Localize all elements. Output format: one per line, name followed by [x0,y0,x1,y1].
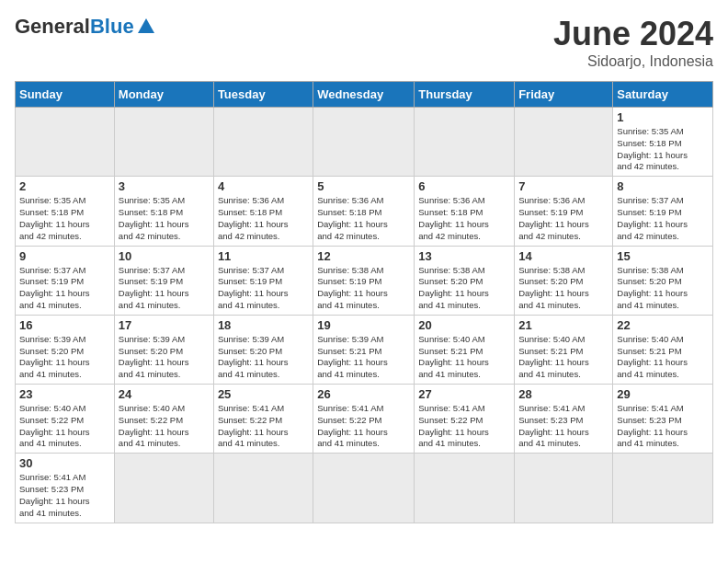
calendar-cell: 11Sunrise: 5:37 AM Sunset: 5:19 PM Dayli… [213,246,313,315]
day-info: Sunrise: 5:39 AM Sunset: 5:21 PM Dayligh… [317,334,410,381]
calendar-cell: 3Sunrise: 5:35 AM Sunset: 5:18 PM Daylig… [114,177,213,246]
calendar-cell: 10Sunrise: 5:37 AM Sunset: 5:19 PM Dayli… [114,246,213,315]
day-info: Sunrise: 5:36 AM Sunset: 5:18 PM Dayligh… [418,195,510,242]
day-info: Sunrise: 5:40 AM Sunset: 5:22 PM Dayligh… [119,403,210,450]
day-number: 13 [418,249,510,263]
calendar-cell: 13Sunrise: 5:38 AM Sunset: 5:20 PM Dayli… [415,246,515,315]
day-number: 5 [317,179,410,193]
logo-general-text: General [15,15,90,39]
day-info: Sunrise: 5:41 AM Sunset: 5:22 PM Dayligh… [218,403,309,450]
day-info: Sunrise: 5:36 AM Sunset: 5:18 PM Dayligh… [317,195,410,242]
calendar-cell: 5Sunrise: 5:36 AM Sunset: 5:18 PM Daylig… [313,177,415,246]
day-number: 23 [19,387,110,401]
calendar-cell: 15Sunrise: 5:38 AM Sunset: 5:20 PM Dayli… [613,246,713,315]
calendar-cell: 17Sunrise: 5:39 AM Sunset: 5:20 PM Dayli… [114,315,213,384]
calendar-cell [213,454,313,523]
day-number: 28 [518,387,609,401]
calendar-week-row: 2Sunrise: 5:35 AM Sunset: 5:18 PM Daylig… [16,177,713,246]
day-number: 12 [317,249,410,263]
day-number: 19 [317,318,410,332]
day-number: 15 [617,249,709,263]
calendar-week-row: 1Sunrise: 5:35 AM Sunset: 5:18 PM Daylig… [16,108,713,177]
day-number: 17 [119,318,210,332]
day-info: Sunrise: 5:41 AM Sunset: 5:22 PM Dayligh… [418,403,510,450]
calendar-cell: 30Sunrise: 5:41 AM Sunset: 5:23 PM Dayli… [16,454,115,523]
calendar-header-row: SundayMondayTuesdayWednesdayThursdayFrid… [16,82,713,108]
calendar-cell: 7Sunrise: 5:36 AM Sunset: 5:19 PM Daylig… [515,177,613,246]
calendar-cell: 20Sunrise: 5:40 AM Sunset: 5:21 PM Dayli… [415,315,515,384]
calendar-week-row: 30Sunrise: 5:41 AM Sunset: 5:23 PM Dayli… [16,454,713,523]
day-info: Sunrise: 5:38 AM Sunset: 5:20 PM Dayligh… [418,265,510,312]
calendar-table: SundayMondayTuesdayWednesdayThursdayFrid… [15,81,713,523]
day-info: Sunrise: 5:35 AM Sunset: 5:18 PM Dayligh… [119,195,210,242]
day-number: 1 [617,110,709,124]
day-info: Sunrise: 5:40 AM Sunset: 5:21 PM Dayligh… [617,334,709,381]
day-info: Sunrise: 5:40 AM Sunset: 5:21 PM Dayligh… [518,334,609,381]
day-info: Sunrise: 5:38 AM Sunset: 5:20 PM Dayligh… [617,265,709,312]
day-number: 11 [218,249,309,263]
day-number: 21 [518,318,609,332]
calendar-cell: 1Sunrise: 5:35 AM Sunset: 5:18 PM Daylig… [613,108,713,177]
location-subtitle: Sidoarjo, Indonesia [553,53,713,70]
day-info: Sunrise: 5:41 AM Sunset: 5:23 PM Dayligh… [617,403,709,450]
day-header-saturday: Saturday [613,82,713,108]
day-number: 29 [617,387,709,401]
day-info: Sunrise: 5:37 AM Sunset: 5:19 PM Dayligh… [218,265,309,312]
calendar-cell: 16Sunrise: 5:39 AM Sunset: 5:20 PM Dayli… [16,315,115,384]
day-number: 30 [19,456,110,470]
calendar-cell: 28Sunrise: 5:41 AM Sunset: 5:23 PM Dayli… [515,385,613,454]
day-header-friday: Friday [515,82,613,108]
day-number: 10 [119,249,210,263]
day-info: Sunrise: 5:38 AM Sunset: 5:20 PM Dayligh… [518,265,609,312]
day-number: 22 [617,318,709,332]
calendar-cell: 18Sunrise: 5:39 AM Sunset: 5:20 PM Dayli… [213,315,313,384]
day-number: 9 [19,249,110,263]
calendar-cell [213,108,313,177]
day-info: Sunrise: 5:37 AM Sunset: 5:19 PM Dayligh… [119,265,210,312]
calendar-cell: 27Sunrise: 5:41 AM Sunset: 5:22 PM Dayli… [415,385,515,454]
calendar-cell: 4Sunrise: 5:36 AM Sunset: 5:18 PM Daylig… [213,177,313,246]
calendar-cell: 9Sunrise: 5:37 AM Sunset: 5:19 PM Daylig… [16,246,115,315]
day-number: 25 [218,387,309,401]
day-info: Sunrise: 5:36 AM Sunset: 5:19 PM Dayligh… [518,195,609,242]
calendar-cell: 6Sunrise: 5:36 AM Sunset: 5:18 PM Daylig… [415,177,515,246]
day-number: 3 [119,179,210,193]
day-number: 16 [19,318,110,332]
page-header: General Blue June 2024 Sidoarjo, Indones… [15,15,713,70]
day-number: 8 [617,179,709,193]
day-number: 14 [518,249,609,263]
calendar-cell [415,454,515,523]
calendar-cell: 22Sunrise: 5:40 AM Sunset: 5:21 PM Dayli… [613,315,713,384]
day-number: 6 [418,179,510,193]
day-number: 20 [418,318,510,332]
day-header-tuesday: Tuesday [213,82,313,108]
day-info: Sunrise: 5:39 AM Sunset: 5:20 PM Dayligh… [218,334,309,381]
calendar-cell [515,454,613,523]
calendar-cell [16,108,115,177]
day-info: Sunrise: 5:40 AM Sunset: 5:21 PM Dayligh… [418,334,510,381]
day-header-thursday: Thursday [415,82,515,108]
calendar-week-row: 23Sunrise: 5:40 AM Sunset: 5:22 PM Dayli… [16,385,713,454]
title-block: June 2024 Sidoarjo, Indonesia [553,15,713,70]
day-header-monday: Monday [114,82,213,108]
calendar-cell [313,454,415,523]
day-info: Sunrise: 5:35 AM Sunset: 5:18 PM Dayligh… [19,195,110,242]
day-info: Sunrise: 5:35 AM Sunset: 5:18 PM Dayligh… [617,126,709,173]
day-number: 27 [418,387,510,401]
calendar-cell [114,454,213,523]
day-number: 2 [19,179,110,193]
calendar-cell: 29Sunrise: 5:41 AM Sunset: 5:23 PM Dayli… [613,385,713,454]
calendar-cell: 23Sunrise: 5:40 AM Sunset: 5:22 PM Dayli… [16,385,115,454]
day-header-wednesday: Wednesday [313,82,415,108]
day-info: Sunrise: 5:39 AM Sunset: 5:20 PM Dayligh… [19,334,110,381]
calendar-cell: 21Sunrise: 5:40 AM Sunset: 5:21 PM Dayli… [515,315,613,384]
day-info: Sunrise: 5:38 AM Sunset: 5:19 PM Dayligh… [317,265,410,312]
day-info: Sunrise: 5:40 AM Sunset: 5:22 PM Dayligh… [19,403,110,450]
day-info: Sunrise: 5:41 AM Sunset: 5:23 PM Dayligh… [518,403,609,450]
calendar-cell: 12Sunrise: 5:38 AM Sunset: 5:19 PM Dayli… [313,246,415,315]
day-info: Sunrise: 5:41 AM Sunset: 5:22 PM Dayligh… [317,403,410,450]
day-info: Sunrise: 5:37 AM Sunset: 5:19 PM Dayligh… [617,195,709,242]
day-info: Sunrise: 5:37 AM Sunset: 5:19 PM Dayligh… [19,265,110,312]
calendar-cell: 8Sunrise: 5:37 AM Sunset: 5:19 PM Daylig… [613,177,713,246]
day-info: Sunrise: 5:39 AM Sunset: 5:20 PM Dayligh… [119,334,210,381]
